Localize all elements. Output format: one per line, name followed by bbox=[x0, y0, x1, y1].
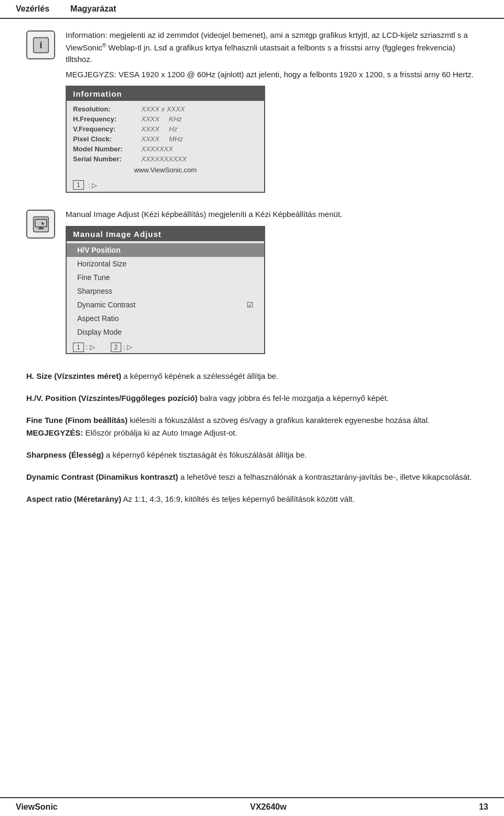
para-finetune: Fine Tune (Finom beállítás) kiélesíti a … bbox=[26, 414, 478, 439]
screen-row-hfreq: H.Frequency: XXXX KHz bbox=[73, 114, 258, 124]
info-screen-box: Information Resolution: XXXX x XXXX H.Fr… bbox=[66, 86, 265, 193]
info-para1-text: megjelenti az id zemmdot (videojel bemen… bbox=[66, 30, 468, 64]
screen-label-hfreq: H.Frequency: bbox=[73, 115, 141, 123]
footer-model: VX2640w bbox=[250, 802, 286, 812]
screen-value-hfreq: XXXX KHz bbox=[141, 115, 182, 123]
para-hsize-bold: H. Size (Vízszintes méret) bbox=[26, 371, 121, 380]
info-para2: MEGJEGYZS: VESA 1920 x 1200 @ 60Hz (ajnl… bbox=[66, 69, 478, 81]
info-icon: i bbox=[33, 37, 49, 54]
svg-text:i: i bbox=[39, 39, 42, 50]
footer-page: 13 bbox=[479, 802, 488, 812]
mia-screen-title: Manual Image Adjust bbox=[67, 227, 264, 241]
mia-item-displaymode[interactable]: Display Mode bbox=[67, 325, 264, 339]
para-dynamic: Dynamic Contrast (Dinamikus kontraszt) a… bbox=[26, 471, 478, 483]
info-bold: Information: bbox=[66, 30, 107, 39]
info-screen-title: Information bbox=[67, 87, 264, 101]
screen-value-pixel: XXXX MHz bbox=[141, 135, 183, 143]
info-para1: Information: megjelenti az id zemmdot (v… bbox=[66, 29, 478, 66]
para-finetune-note-bold: MEGJEGYZÉS: bbox=[26, 428, 83, 437]
nav-vezерles[interactable]: Vezérlés bbox=[16, 4, 49, 14]
screen-footer-num: 1 bbox=[73, 180, 84, 190]
mia-check-dyncontrast: ☑ bbox=[247, 301, 254, 309]
mia-menu: H/V Position Horizontal Size Fine Tune S… bbox=[67, 241, 264, 341]
para-hsize: H. Size (Vízszintes méret) a képernyő ké… bbox=[26, 370, 478, 383]
para-aspect-bold: Aspect ratio (Méretarány) bbox=[26, 494, 121, 503]
top-nav: Vezérlés Magyarázat bbox=[0, 0, 504, 19]
screen-label-serial: Serial Number: bbox=[73, 155, 141, 163]
info-screen-footer: 1 : ▷ bbox=[67, 178, 264, 192]
mia-num1: 1 bbox=[73, 343, 84, 352]
mia-label-aspectratio: Aspect Ratio bbox=[77, 314, 119, 323]
mia-para1-rest: megjeleníti a Kézi Képbeállítás menüt. bbox=[208, 210, 342, 219]
para-sharpness-bold: Sharpness (Élesség) bbox=[26, 450, 104, 459]
mia-footer-1: 1 : ▷ bbox=[73, 343, 95, 351]
mia-item-hvposition[interactable]: H/V Position bbox=[67, 243, 264, 257]
para-hvpos-text: balra vagy jobbra és fel-le mozgatja a k… bbox=[200, 394, 388, 402]
mia-label-finetune: Fine Tune bbox=[77, 273, 110, 282]
mia-item-aspectratio[interactable]: Aspect Ratio bbox=[67, 312, 264, 325]
screen-label-resolution: Resolution: bbox=[73, 105, 141, 113]
mia-label-hsize: Horizontal Size bbox=[77, 260, 127, 268]
screen-row-pixel: Pixel Clock: XXXX MHz bbox=[73, 134, 258, 144]
mia-label-hvposition: H/V Position bbox=[77, 246, 120, 254]
page-footer: ViewSonic VX2640w 13 bbox=[0, 797, 504, 816]
mia-item-hsize[interactable]: Horizontal Size bbox=[67, 257, 264, 271]
para-dynamic-bold: Dynamic Contrast (Dinamikus kontraszt) bbox=[26, 472, 178, 481]
screen-footer-icon: : ▷ bbox=[88, 181, 97, 189]
screen-row-model: Model Number: XXXXXXX bbox=[73, 144, 258, 154]
mia-bold: Manual Image Adjust (Kézi képbeállítás) bbox=[66, 210, 206, 219]
nav-magyarazat[interactable]: Magyarázat bbox=[70, 4, 116, 14]
main-content: i Information: megjelenti az id zemmdot … bbox=[0, 19, 504, 536]
manual-adjust-icon bbox=[33, 216, 49, 233]
screen-value-website: www.ViewSonic.com bbox=[134, 166, 197, 174]
screen-label-model: Model Number: bbox=[73, 145, 141, 153]
para-dynamic-text: a lehetővé teszi a felhasználónak a kont… bbox=[180, 472, 471, 481]
info-icon-box: i bbox=[26, 30, 55, 59]
para-aspect: Aspect ratio (Méretarány) Az 1:1, 4:3, 1… bbox=[26, 493, 478, 505]
footer-brand: ViewSonic bbox=[16, 802, 58, 812]
mia-num2: 2 bbox=[111, 343, 122, 352]
info-screen-body: Resolution: XXXX x XXXX H.Frequency: XXX… bbox=[67, 101, 264, 176]
screen-label-vfreq: V.Frequency: bbox=[73, 125, 141, 133]
para-sharpness: Sharpness (Élesség) a képernyő képének t… bbox=[26, 449, 478, 461]
screen-value-serial: XXXXXXXXXX bbox=[141, 155, 187, 163]
screen-row-vfreq: V.Frequency: XXXX Hz bbox=[73, 124, 258, 134]
mia-label-sharpness: Sharpness bbox=[77, 287, 112, 295]
para-hvpos: H./V. Position (Vízszintes/Függőleges po… bbox=[26, 392, 478, 405]
para-hvpos-bold: H./V. Position (Vízszintes/Függőleges po… bbox=[26, 394, 197, 402]
mia-screen-footer: 1 : ▷ 2 : ▷ bbox=[67, 341, 264, 353]
para-finetune-note-text: Először próbálja ki az Auto Image Adjust… bbox=[86, 428, 237, 437]
para-finetune-text: kiélesíti a fókuszálást a szöveg és/vagy… bbox=[130, 416, 429, 425]
mia-section: Manual Image Adjust (Kézi képbeállítás) … bbox=[26, 209, 478, 359]
mia-item-dyncontrast[interactable]: Dynamic Contrast ☑ bbox=[67, 298, 264, 312]
screen-row-serial: Serial Number: XXXXXXXXXX bbox=[73, 154, 258, 164]
mia-item-sharpness[interactable]: Sharpness bbox=[67, 284, 264, 298]
para-hsize-text: a képernyő képének a szélességét állítja… bbox=[123, 371, 278, 380]
mia-label-displaymode: Display Mode bbox=[77, 328, 122, 336]
screen-row-resolution: Resolution: XXXX x XXXX bbox=[73, 104, 258, 114]
para-aspect-text: Az 1:1, 4:3, 16:9, kitöltés és teljes ké… bbox=[123, 494, 354, 503]
mia-item-finetune[interactable]: Fine Tune bbox=[67, 271, 264, 284]
screen-label-pixel: Pixel Clock: bbox=[73, 135, 141, 143]
para-finetune-bold: Fine Tune (Finom beállítás) bbox=[26, 416, 128, 425]
info-para2-text: VESA 1920 x 1200 @ 60Hz (ajnlott) azt je… bbox=[119, 70, 474, 79]
para-sharpness-text: a képernyő képének tisztaságát és fókusz… bbox=[106, 450, 307, 459]
mia-footer-2: 2 : ▷ bbox=[111, 343, 133, 351]
screen-row-website: www.ViewSonic.com bbox=[73, 164, 258, 176]
mia-icon-box bbox=[26, 210, 55, 239]
screen-value-vfreq: XXXX Hz bbox=[141, 125, 177, 133]
info-text: Information: megjelenti az id zemmdot (v… bbox=[66, 29, 478, 198]
mia-label-dyncontrast: Dynamic Contrast bbox=[77, 301, 135, 309]
info-note-bold: MEGJEGYZS: bbox=[66, 70, 117, 79]
mia-screen-box: Manual Image Adjust H/V Position Horizon… bbox=[66, 226, 265, 354]
info-section: i Information: megjelenti az id zemmdot … bbox=[26, 29, 478, 198]
svg-rect-4 bbox=[39, 226, 42, 227]
mia-para1: Manual Image Adjust (Kézi képbeállítás) … bbox=[66, 209, 478, 221]
screen-value-model: XXXXXXX bbox=[141, 145, 173, 153]
screen-value-resolution: XXXX x XXXX bbox=[141, 105, 185, 113]
mia-text: Manual Image Adjust (Kézi képbeállítás) … bbox=[66, 209, 478, 359]
